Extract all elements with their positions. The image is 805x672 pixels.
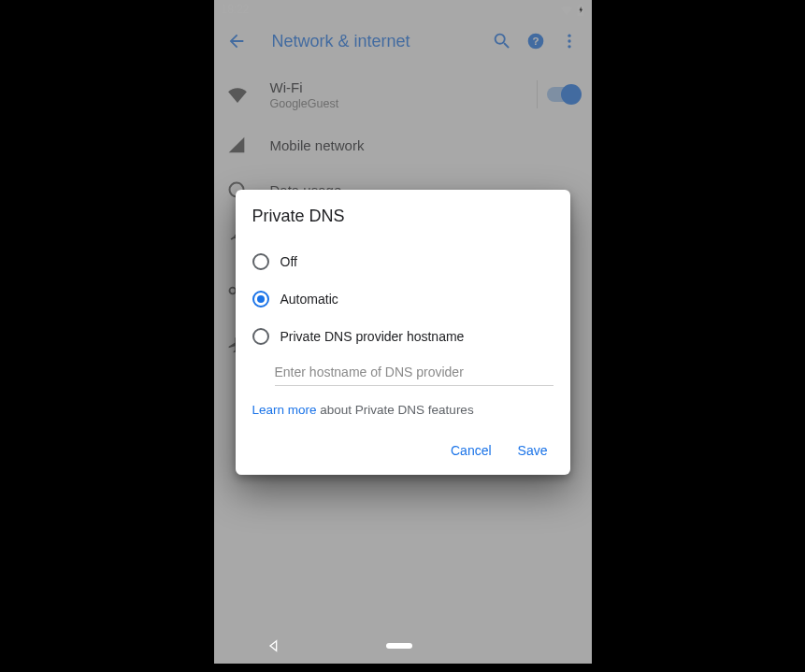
wifi-title: Wi-Fi	[270, 79, 527, 95]
radio-label: Off	[280, 254, 297, 269]
help-button[interactable]: ?	[519, 24, 553, 58]
device-frame: 18:22 Network & internet ?	[214, 0, 592, 664]
mobile-title: Mobile network	[270, 137, 579, 153]
dns-mode-radiogroup: Off Automatic Private DNS provider hostn…	[252, 243, 553, 386]
app-bar: Network & internet ?	[214, 19, 592, 64]
dns-hostname-input[interactable]	[275, 359, 553, 386]
dns-option-hostname[interactable]: Private DNS provider hostname	[252, 318, 553, 355]
setting-row-mobile-network[interactable]: Mobile network	[214, 120, 592, 170]
dialog-title: Private DNS	[252, 207, 553, 226]
svg-point-2	[568, 35, 570, 37]
wifi-toggle[interactable]	[547, 87, 579, 102]
dns-option-automatic[interactable]: Automatic	[252, 280, 553, 318]
nav-spacer	[518, 636, 539, 656]
radio-label: Private DNS provider hostname	[280, 329, 465, 344]
overflow-menu-button[interactable]	[553, 24, 586, 58]
setting-row-wifi[interactable]: Wi-Fi GoogleGuest	[214, 69, 592, 120]
private-dns-dialog: Private DNS Off Automatic Private DNS pr…	[236, 190, 570, 475]
page-title: Network & internet	[272, 32, 485, 51]
status-time: 18:22	[222, 3, 250, 16]
search-button[interactable]	[485, 24, 519, 58]
battery-status-icon	[577, 4, 584, 16]
nav-back-button[interactable]	[266, 638, 281, 653]
radio-label: Automatic	[280, 292, 338, 307]
radio-icon	[252, 253, 269, 270]
svg-point-3	[568, 39, 570, 42]
divider	[537, 80, 538, 108]
learn-more-line: Learn more about Private DNS features	[252, 403, 553, 417]
save-button[interactable]: Save	[516, 437, 550, 464]
wifi-subtitle: GoogleGuest	[270, 97, 527, 110]
nav-home-button[interactable]	[386, 643, 412, 649]
status-bar: 18:22	[214, 0, 592, 19]
wifi-status-icon	[560, 5, 573, 15]
back-button[interactable]	[220, 24, 253, 58]
radio-icon	[252, 291, 269, 307]
svg-point-4	[568, 45, 570, 48]
cancel-button[interactable]: Cancel	[449, 437, 494, 464]
dialog-actions: Cancel Save	[252, 437, 553, 464]
learn-more-text: about Private DNS features	[317, 403, 474, 417]
system-nav-bar	[214, 628, 592, 664]
svg-text:?: ?	[532, 35, 539, 47]
signal-icon	[227, 136, 270, 154]
dns-option-off[interactable]: Off	[252, 243, 553, 280]
learn-more-link[interactable]: Learn more	[252, 403, 317, 417]
wifi-icon	[227, 86, 270, 103]
radio-icon	[252, 328, 269, 345]
